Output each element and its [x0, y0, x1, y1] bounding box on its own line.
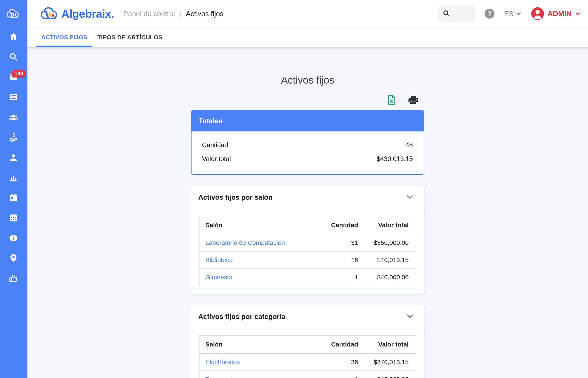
- column-header-cantidad: Cantidad: [318, 335, 358, 353]
- tab-tipos-de-articulos[interactable]: TIPOS DE ARTÍCULOS: [93, 27, 168, 47]
- calendar-icon: [9, 213, 18, 224]
- table-row: Laboratorio de Computación 31 $350,000.0…: [199, 234, 416, 251]
- calendar-event-icon: [9, 193, 18, 203]
- categoria-link[interactable]: Electrónicos: [205, 358, 240, 365]
- section-title: Activos fijos por salón: [198, 193, 273, 201]
- person-icon: [9, 153, 18, 163]
- column-header-cantidad: Cantidad: [318, 216, 358, 234]
- valor-total-cell: $40,000.00: [358, 371, 416, 378]
- sidebar-item-reports[interactable]: [0, 168, 27, 188]
- location-pin-icon: [9, 254, 18, 264]
- help-icon: ?: [484, 8, 495, 19]
- totals-label: Valor total: [202, 152, 231, 166]
- language-code: ES: [504, 10, 513, 18]
- sidebar-item-feedback[interactable]: [0, 269, 27, 289]
- section-por-categoria-body: Salón Cantidad Valor total Electrónicos …: [191, 328, 424, 378]
- por-categoria-table: Salón Cantidad Valor total Electrónicos …: [199, 335, 416, 378]
- people-group-icon: [9, 112, 18, 123]
- section-title: Activos fijos por categoría: [198, 313, 285, 321]
- bar-chart-icon: [9, 173, 18, 183]
- column-header-valor-total: Valor total: [358, 335, 416, 353]
- user-role-label: ADMIN: [548, 9, 572, 18]
- sidebar-item-groups[interactable]: [0, 108, 27, 128]
- categoria-link[interactable]: Transporte: [205, 376, 236, 378]
- list-card-icon: [9, 92, 18, 103]
- table-row: Biblioteca 16 $40,013.15: [199, 251, 416, 269]
- user-menu[interactable]: ADMIN: [531, 7, 581, 21]
- breadcrumb-panel-de-control[interactable]: Panel de control: [123, 10, 175, 18]
- totals-label: Cantidad: [202, 138, 228, 152]
- salon-link[interactable]: Laboratorio de Computación: [205, 239, 285, 246]
- home-icon: [9, 32, 18, 42]
- avatar: [531, 7, 545, 21]
- totals-card-body: Cantidad 48 Valor total $430,013.15: [191, 132, 424, 174]
- search-box[interactable]: [438, 6, 475, 22]
- table-row: Electrónicos 36 $370,013.15: [199, 353, 416, 371]
- sidebar-item-payments[interactable]: $: [0, 128, 27, 148]
- column-header-salon: Salón: [199, 335, 318, 353]
- search-icon: [9, 52, 18, 62]
- sidebar-item-home[interactable]: [0, 27, 27, 47]
- sidebar-logo[interactable]: [0, 0, 27, 27]
- sidebar-item-calendar[interactable]: [0, 208, 27, 229]
- language-selector[interactable]: ES: [504, 10, 522, 18]
- cantidad-cell: 16: [318, 251, 358, 269]
- totals-value: 48: [406, 138, 413, 152]
- svg-text:$: $: [13, 133, 15, 138]
- sidebar: 189 $: [0, 0, 27, 378]
- section-por-salon-header[interactable]: Activos fijos por salón: [191, 186, 424, 209]
- cantidad-cell: 36: [318, 353, 358, 371]
- totals-card-header: Totales: [191, 110, 424, 132]
- sidebar-item-profile[interactable]: [0, 148, 27, 168]
- sidebar-item-locations[interactable]: [0, 249, 27, 269]
- totals-row-valor-total: Valor total $430,013.15: [191, 152, 424, 166]
- chevron-down-icon: [575, 11, 581, 17]
- page-title: Activos fijos: [191, 74, 424, 86]
- sidebar-item-lists[interactable]: [0, 87, 27, 108]
- breadcrumb-separator: |: [180, 10, 181, 17]
- salon-link[interactable]: Gimnasio: [205, 274, 232, 281]
- print-button[interactable]: [408, 94, 419, 105]
- cloud-chart-logo-icon: [6, 7, 21, 20]
- chevron-down-icon[interactable]: [405, 192, 414, 202]
- info-icon: [9, 233, 18, 244]
- column-header-valor-total: Valor total: [358, 216, 416, 234]
- tab-activos-fijos[interactable]: ACTIVOS FIJOS: [36, 27, 93, 47]
- thumbs-up-icon: [9, 274, 18, 284]
- cantidad-cell: 31: [318, 234, 358, 251]
- printer-icon: [408, 94, 419, 105]
- help-button[interactable]: ?: [484, 8, 495, 19]
- cantidad-cell: 1: [318, 371, 358, 378]
- section-por-salon: Activos fijos por salón Salón Cantidad V…: [191, 186, 424, 294]
- algebraix-cloud-logo-icon: [40, 5, 60, 22]
- salon-link[interactable]: Biblioteca: [205, 256, 233, 263]
- section-por-salon-body: Salón Cantidad Valor total Laboratorio d…: [191, 209, 424, 294]
- sidebar-item-info[interactable]: [0, 229, 27, 249]
- svg-text:?: ?: [487, 10, 491, 17]
- content-column: Activos fijos Totales Cantidad 48: [191, 47, 424, 378]
- sidebar-nav: 189 $: [0, 27, 27, 289]
- sidebar-item-events[interactable]: [0, 188, 27, 208]
- section-por-categoria-header[interactable]: Activos fijos por categoría: [191, 305, 424, 328]
- sidebar-item-messages[interactable]: 189: [0, 67, 27, 87]
- brand[interactable]: Algebraix.: [40, 5, 114, 22]
- sidebar-item-search[interactable]: [0, 47, 27, 67]
- export-excel-button[interactable]: [386, 94, 397, 105]
- totals-value: $430,013.15: [377, 152, 413, 166]
- breadcrumb: Panel de control | Activos fijos: [123, 10, 223, 18]
- table-row: Gimnasio 1 $40,000.00: [199, 269, 416, 286]
- unread-count-badge: 189: [12, 70, 26, 78]
- hand-dollar-icon: $: [9, 133, 18, 143]
- por-salon-table: Salón Cantidad Valor total Laboratorio d…: [199, 216, 416, 286]
- cantidad-cell: 1: [318, 269, 358, 286]
- table-header-row: Salón Cantidad Valor total: [199, 216, 416, 234]
- table-row: Transporte 1 $40,000.00: [199, 371, 416, 378]
- valor-total-cell: $40,013.15: [358, 251, 416, 269]
- excel-file-icon: [386, 94, 397, 105]
- search-input[interactable]: [450, 10, 471, 17]
- section-por-categoria: Activos fijos por categoría Salón Cantid…: [191, 305, 424, 378]
- chevron-down-icon[interactable]: [405, 312, 414, 322]
- brand-name: Algebraix.: [61, 7, 114, 20]
- table-header-row: Salón Cantidad Valor total: [199, 335, 416, 353]
- tabbar: ACTIVOS FIJOS TIPOS DE ARTÍCULOS: [27, 27, 588, 47]
